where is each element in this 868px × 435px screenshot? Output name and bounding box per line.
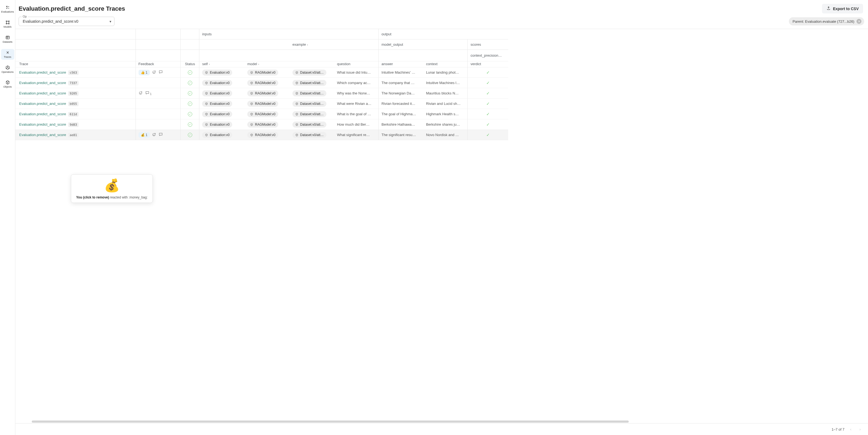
col-model-output[interactable]: model_output <box>379 39 468 50</box>
table-row[interactable]: Evaluation.predict_and_score 611d✓Evalua… <box>16 109 508 119</box>
col-context[interactable]: context <box>423 61 468 67</box>
comment-icon[interactable] <box>159 132 163 137</box>
model-pill[interactable]: RAGModel:v0 <box>247 132 278 138</box>
model-pill[interactable]: RAGModel:v0 <box>247 101 278 107</box>
chevron-right-icon: › <box>209 62 210 66</box>
answer-cell: The company that … <box>379 78 423 88</box>
nav-datasets[interactable]: Datasets <box>1 34 14 44</box>
example-pill[interactable]: Dataset:v0/att… <box>292 90 327 96</box>
context-cell: Mauritius blocks N… <box>423 88 468 98</box>
status-ok-icon: ✓ <box>188 81 192 85</box>
nav-operations[interactable]: Operations <box>1 64 14 75</box>
answer-cell: The goal of Highma… <box>379 109 423 119</box>
trace-link[interactable]: Evaluation.predict_and_score <box>19 112 66 116</box>
status-ok-icon: ✓ <box>188 91 192 96</box>
horizontal-scrollbar[interactable] <box>32 421 629 423</box>
trace-link[interactable]: Evaluation.predict_and_score <box>19 91 66 95</box>
self-pill[interactable]: Evaluation:v0 <box>202 122 232 128</box>
col-trace[interactable]: Trace <box>16 61 136 67</box>
context-cell: Intuitive Machines l… <box>423 78 468 88</box>
op-select[interactable]: Op Evaluation.predict_and_score:v0 ▾ <box>19 17 115 26</box>
export-csv-button[interactable]: Export to CSV <box>822 4 863 13</box>
self-pill[interactable]: Evaluation:v0 <box>202 80 232 86</box>
reaction-tooltip[interactable]: 💰 You (click to remove) reacted with :mo… <box>71 175 153 203</box>
answer-cell: The significant resu… <box>379 130 423 140</box>
table-row[interactable]: Evaluation.predict_and_score 9d83✓Evalua… <box>16 119 508 130</box>
example-pill[interactable]: Dataset:v0/att… <box>292 111 327 117</box>
trace-link[interactable]: Evaluation.predict_and_score <box>19 133 66 137</box>
nav-objects[interactable]: Objects <box>1 79 14 90</box>
table-row[interactable]: Evaluation.predict_and_score 7337✓Evalua… <box>16 78 508 88</box>
self-pill[interactable]: Evaluation:v0 <box>202 111 232 117</box>
self-pill[interactable]: Evaluation:v0 <box>202 90 232 96</box>
col-example[interactable]: example‹ <box>290 39 379 50</box>
model-pill[interactable]: RAGModel:v0 <box>247 80 278 86</box>
trace-link[interactable]: Evaluation.predict_and_score <box>19 122 66 126</box>
op-value: Evaluation.predict_and_score:v0 <box>23 19 78 24</box>
table-row[interactable]: Evaluation.predict_and_score b055✓Evalua… <box>16 98 508 109</box>
question-cell: Which company ac… <box>334 78 379 88</box>
col-scores[interactable]: scores <box>468 39 508 50</box>
col-verdict[interactable]: verdict <box>468 61 508 67</box>
col-context-precision[interactable]: context_precision… <box>468 50 508 61</box>
nav-traces[interactable]: Traces <box>1 49 14 60</box>
comment-icon[interactable] <box>159 70 163 75</box>
traces-table: inputs output example‹ model_output scor… <box>16 29 508 140</box>
add-reaction-icon[interactable] <box>152 132 156 137</box>
col-trace <box>16 29 136 39</box>
col-question[interactable]: question <box>334 61 379 67</box>
model-pill[interactable]: RAGModel:v0 <box>247 69 278 75</box>
table-row[interactable]: Evaluation.predict_and_score ae81💰 1✓Eva… <box>16 130 508 140</box>
header: Evaluation.predict_and_score Traces Expo… <box>16 0 868 15</box>
trace-link[interactable]: Evaluation.predict_and_score <box>19 101 66 106</box>
example-pill[interactable]: Dataset:v0/att… <box>292 132 327 138</box>
col-self[interactable]: self› <box>199 61 245 67</box>
table-row[interactable]: Evaluation.predict_and_score c563👍 1✓Eva… <box>16 67 508 78</box>
filter-row: Op Evaluation.predict_and_score:v0 ▾ Par… <box>16 15 868 29</box>
add-reaction-icon[interactable] <box>152 70 156 75</box>
col-output[interactable]: output <box>379 29 508 39</box>
add-reaction-icon[interactable] <box>138 91 143 96</box>
parent-chip-label: Parent: Evaluation.evaluate (727...b26) <box>793 20 854 24</box>
model-pill[interactable]: RAGModel:v0 <box>247 90 278 96</box>
trace-link[interactable]: Evaluation.predict_and_score <box>19 81 66 85</box>
example-pill[interactable]: Dataset:v0/att… <box>292 122 327 128</box>
emoji-reaction[interactable]: 💰 1 <box>138 132 150 138</box>
answer-cell: The Norwegian Da… <box>379 88 423 98</box>
table-row[interactable]: Evaluation.predict_and_score 92051✓Evalu… <box>16 88 508 98</box>
table-container: inputs output example‹ model_output scor… <box>16 29 868 424</box>
comment-icon[interactable]: 1 <box>145 91 152 96</box>
check-icon: ✓ <box>486 122 490 127</box>
nav-evaluations[interactable]: Evaluations <box>1 4 14 14</box>
example-pill[interactable]: Dataset:v0/att… <box>292 80 327 86</box>
col-inputs[interactable]: inputs <box>199 29 379 39</box>
col-model[interactable]: model› <box>245 61 290 67</box>
next-page-button[interactable]: › <box>857 426 863 432</box>
col-answer[interactable]: answer <box>379 61 423 67</box>
main: Evaluation.predict_and_score Traces Expo… <box>16 0 868 435</box>
answer-cell: Berkshire Hathawa… <box>379 119 423 130</box>
model-pill[interactable]: RAGModel:v0 <box>247 122 278 128</box>
pagination-text: 1–7 of 7 <box>832 427 844 431</box>
self-pill[interactable]: Evaluation:v0 <box>202 132 232 138</box>
svg-point-5 <box>153 71 155 73</box>
col-status[interactable]: Status <box>181 61 199 67</box>
nav-models[interactable]: Models <box>1 19 14 30</box>
answer-cell: Intuitive Machines' … <box>379 67 423 78</box>
money-bag-icon: 💰 <box>104 178 120 193</box>
emoji-reaction[interactable]: 👍 1 <box>138 70 150 75</box>
example-pill[interactable]: Dataset:v0/att… <box>292 69 327 75</box>
prev-page-button[interactable]: ‹ <box>848 426 854 432</box>
operations-icon <box>5 65 10 70</box>
chevron-right-icon: › <box>258 62 259 66</box>
model-pill[interactable]: RAGModel:v0 <box>247 111 278 117</box>
svg-point-7 <box>153 133 155 136</box>
self-pill[interactable]: Evaluation:v0 <box>202 69 232 75</box>
example-pill[interactable]: Dataset:v0/att… <box>292 101 327 107</box>
col-feedback[interactable]: Feedback <box>136 61 181 67</box>
close-icon[interactable]: ✕ <box>857 19 861 24</box>
trace-link[interactable]: Evaluation.predict_and_score <box>19 70 66 74</box>
self-pill[interactable]: Evaluation:v0 <box>202 101 232 107</box>
status-ok-icon: ✓ <box>188 133 192 137</box>
parent-filter-chip[interactable]: Parent: Evaluation.evaluate (727...b26) … <box>789 17 864 26</box>
